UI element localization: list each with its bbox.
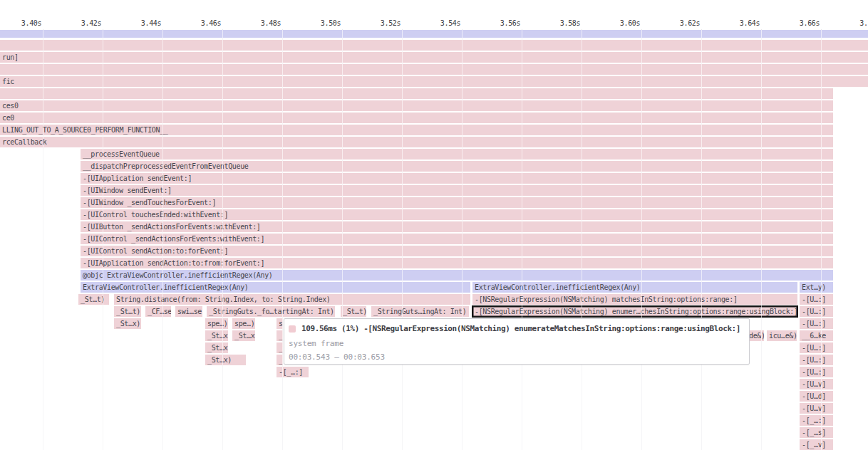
flame-cell[interactable]: -[NSRegularExpression(NSMatching) matche… <box>472 294 797 305</box>
flame-cell[interactable]: _St…x) <box>205 342 228 353</box>
flame-cell[interactable]: -[U…:] <box>800 294 833 305</box>
flame-cell[interactable]: -[_…s] <box>800 427 833 438</box>
flame-cell[interactable]: ce0 <box>0 112 833 123</box>
time-tick-label: 3.66s <box>794 19 825 28</box>
flame-cell[interactable]: String.distance(from: String.Index, to: … <box>114 294 470 305</box>
time-tick-label: 3.46s <box>195 19 227 28</box>
frame-color-swatch-icon <box>289 325 296 333</box>
flame-cell[interactable]: ces0 <box>0 100 833 111</box>
flame-cell[interactable]: ExtraViewController.inefficientRegex(Any… <box>472 282 797 293</box>
flame-cell[interactable]: -[UIWindow _sendTouchesForEvent:] <box>81 197 833 208</box>
time-tick-label: 3.58s <box>554 19 586 28</box>
time-tick-label: 3.40s <box>16 19 47 28</box>
flame-cell[interactable]: spe…)) <box>277 318 283 329</box>
flame-cell[interactable]: run] <box>0 52 868 63</box>
flame-cell[interactable]: ExtraViewController.inefficientRegex(Any… <box>81 282 470 293</box>
flame-cell[interactable]: -[U…v] <box>800 379 833 389</box>
time-tick-label: 3.52s <box>375 19 406 28</box>
flame-cell[interactable]: -[_…:] <box>800 415 833 426</box>
time-tick-label: 3.56s <box>495 19 526 28</box>
flame-cell[interactable]: _StringGuts._fo…tartingAt: Int) <box>207 306 335 317</box>
flame-cell[interactable]: -[UIApplication sendAction:to:from:forEv… <box>81 258 833 268</box>
time-tick-label: 3.48s <box>255 19 286 28</box>
flame-cell[interactable]: -[U…:] <box>800 318 833 329</box>
flame-cell[interactable]: spe…)) <box>232 318 255 329</box>
flame-cell[interactable]: -[U…:] <box>800 342 833 353</box>
flame-cell[interactable]: -[_…:] <box>277 367 309 377</box>
flame-cell[interactable]: _St…x) <box>277 330 283 341</box>
selected-flame-cell[interactable]: -[NSRegularExpression(NSMatching) enumer… <box>472 306 797 317</box>
flame-cell[interactable]: -[U…d] <box>800 391 833 402</box>
flame-cell[interactable]: _St…t) <box>78 294 109 305</box>
time-tick-label: 3.42s <box>76 19 107 28</box>
flame-cell[interactable]: -[U…:] <box>800 355 833 365</box>
flame-cell[interactable]: __dispatchPreprocessedEventFromEventQueu… <box>81 161 833 172</box>
flame-cell[interactable]: -[UIControl _sendActionsForEvents:withEv… <box>81 234 833 244</box>
flame-cell[interactable]: __processEventQueue <box>81 149 833 159</box>
flame-cell[interactable]: __6…ke <box>800 330 833 341</box>
flame-cell[interactable]: -[U…v] <box>800 403 833 414</box>
flame-cell[interactable]: LLING_OUT_TO_A_SOURCE0_PERFORM_FUNCTION_… <box>0 125 833 135</box>
flame-cell[interactable]: swi…se <box>175 306 202 317</box>
flame-cell[interactable]: _CF…se <box>145 306 171 317</box>
flame-cell[interactable]: -[_…v] <box>800 439 833 450</box>
flame-cell[interactable]: _St…x) <box>114 318 141 329</box>
time-tick-label: 3.54s <box>435 19 466 28</box>
tooltip-time-range: 00:03.543 — 00:03.653 <box>289 352 745 362</box>
time-tick-label: 3.64s <box>734 19 765 28</box>
time-tick-label: 3.50s <box>315 19 346 28</box>
flame-cell[interactable] <box>0 40 868 51</box>
flame-cell[interactable] <box>0 30 868 38</box>
tooltip-title: 109.56ms (1%) -[NSRegularExpression(NSMa… <box>301 324 740 333</box>
flame-cell[interactable]: icu…e&) <box>767 330 797 341</box>
flame-cell[interactable]: _St…t) <box>114 306 141 317</box>
flame-cell[interactable]: _St…x) <box>205 355 246 365</box>
flame-cell[interactable] <box>0 88 833 99</box>
flame-cell[interactable]: -[U…:] <box>800 367 833 377</box>
flame-cell[interactable]: -[UIControl touchesEnded:withEvent:] <box>81 209 833 220</box>
flame-cell[interactable]: _St…x) <box>205 330 228 341</box>
flame-cell[interactable]: _St…t) <box>341 306 366 317</box>
flame-cell[interactable]: -[UIWindow sendEvent:] <box>81 185 833 196</box>
flame-cell[interactable]: -[U…:] <box>800 306 833 317</box>
flame-cell[interactable]: -[UIButton _sendActionsForEvents:withEve… <box>81 221 833 232</box>
tooltip-subtitle: system frame <box>289 339 745 348</box>
flame-cell[interactable]: _St…x) <box>277 355 283 365</box>
flame-cell[interactable]: fic <box>0 76 868 87</box>
flame-cell[interactable]: _St…x) <box>232 330 255 341</box>
flame-cell[interactable]: -[UIApplication sendEvent:] <box>81 173 833 184</box>
flame-cell[interactable]: Ext…y) <box>800 282 833 293</box>
time-tick-label-partial: 3. <box>849 19 868 28</box>
flame-cell[interactable]: _St…x) <box>277 342 283 353</box>
flame-cell[interactable]: rceCallback <box>0 137 833 147</box>
flame-cell[interactable]: @objc ExtraViewController.inefficientReg… <box>81 270 833 281</box>
time-tick-label: 3.60s <box>614 19 646 28</box>
flame-chart-canvas: 3.40s3.42s3.44s3.46s3.48s3.50s3.52s3.54s… <box>0 0 868 450</box>
flame-cell[interactable]: _StringGuts…ingAt: Int) <box>371 306 469 317</box>
frame-tooltip: 109.56ms (1%) -[NSRegularExpression(NSMa… <box>284 318 750 365</box>
flame-cell[interactable]: -[UIControl sendAction:to:forEvent:] <box>81 246 833 256</box>
flame-cell[interactable] <box>0 64 868 75</box>
time-tick-label: 3.62s <box>674 19 706 28</box>
flame-cell[interactable]: spe…)) <box>205 318 228 329</box>
time-tick-label: 3.44s <box>135 19 167 28</box>
